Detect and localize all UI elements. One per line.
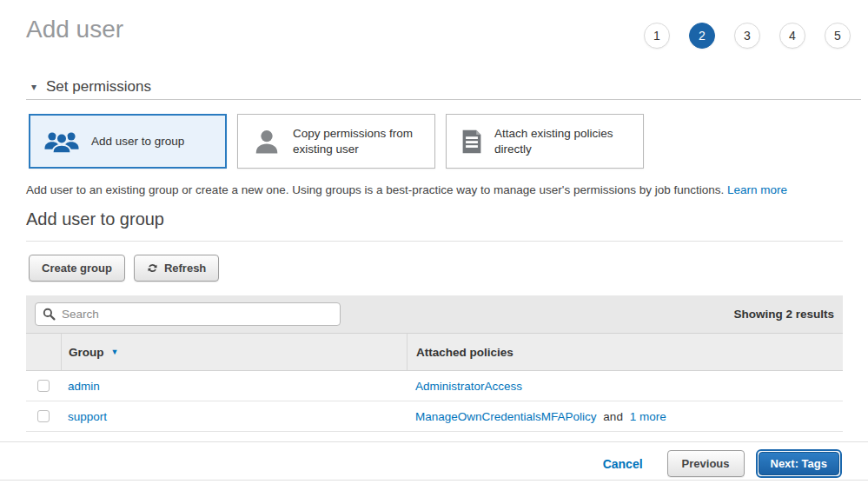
step-1: 1 <box>644 23 670 49</box>
permission-option-cards: Add user to group Copy permissions from … <box>29 114 644 169</box>
search-input[interactable] <box>35 302 341 326</box>
step-indicator: 1 2 3 4 5 <box>644 23 851 49</box>
column-header-attached-policies: Attached policies <box>407 334 843 370</box>
card-label: Copy permissions from existing user <box>293 126 425 156</box>
group-link-admin[interactable]: admin <box>68 380 100 393</box>
table-row-support: support ManageOwnCredentialsMFAPolicy an… <box>26 401 843 432</box>
card-label: Add user to group <box>91 134 184 149</box>
section-divider <box>26 99 861 100</box>
learn-more-link[interactable]: Learn more <box>727 183 787 196</box>
refresh-button[interactable]: Refresh <box>134 255 219 282</box>
step-5: 5 <box>825 23 851 49</box>
row-checkbox-support[interactable] <box>37 410 50 422</box>
results-count: Showing 2 results <box>733 295 834 333</box>
more-policies-link[interactable]: 1 more <box>630 410 666 423</box>
table-row-admin: admin AdministratorAccess <box>26 371 843 401</box>
cell-group: admin <box>61 380 407 393</box>
footer-divider-top <box>0 441 868 442</box>
group-actions: Create group Refresh <box>29 255 219 282</box>
groups-table: Showing 2 results Group ▼ Attached polic… <box>26 295 843 432</box>
sort-down-icon: ▼ <box>111 348 119 356</box>
previous-button[interactable]: Previous <box>667 450 745 477</box>
footer-divider-bottom <box>0 480 868 481</box>
group-link-support[interactable]: support <box>68 410 107 423</box>
set-permissions-label: Set permissions <box>46 78 151 96</box>
search-icon <box>43 308 56 321</box>
policy-link-administratoraccess[interactable]: AdministratorAccess <box>415 380 522 393</box>
next-button-focus-ring: Next: Tags <box>756 449 843 478</box>
column-header-group[interactable]: Group ▼ <box>62 334 407 370</box>
cancel-button[interactable]: Cancel <box>603 457 643 471</box>
card-add-user-to-group[interactable]: Add user to group <box>29 114 227 169</box>
document-icon <box>461 129 483 155</box>
and-separator: and <box>603 410 623 423</box>
row-checkbox-admin[interactable] <box>37 380 50 392</box>
card-attach-policies[interactable]: Attach existing policies directly <box>446 114 644 169</box>
page-title: Add user <box>26 16 123 43</box>
header-checkbox-column <box>26 334 62 370</box>
add-user-wizard-page: Add user 1 2 3 4 5 ▾ Set permissions <box>0 0 868 484</box>
policies-column-label: Attached policies <box>416 346 514 359</box>
cell-policies: AdministratorAccess <box>407 380 843 393</box>
wizard-footer: Cancel Previous Next: Tags <box>603 449 842 478</box>
group-icon <box>43 129 80 154</box>
section-description: Add user to an existing group or create … <box>26 183 787 196</box>
description-text: Add user to an existing group or create … <box>26 183 724 196</box>
refresh-icon <box>147 262 158 274</box>
cell-checkbox <box>26 410 61 422</box>
card-label: Attach existing policies directly <box>494 126 626 156</box>
add-user-to-group-title: Add user to group <box>26 209 164 229</box>
next-tags-button[interactable]: Next: Tags <box>759 452 840 475</box>
table-header-row: Group ▼ Attached policies <box>26 334 843 371</box>
policy-link-manageowncredentials[interactable]: ManageOwnCredentialsMFAPolicy <box>415 410 597 423</box>
step-4: 4 <box>779 23 805 49</box>
user-icon <box>252 128 282 156</box>
step-3: 3 <box>734 23 760 49</box>
refresh-label: Refresh <box>164 262 206 275</box>
step-2-active: 2 <box>689 23 715 49</box>
caret-down-icon: ▾ <box>31 81 36 93</box>
card-copy-permissions[interactable]: Copy permissions from existing user <box>237 114 435 169</box>
table-toolbar: Showing 2 results <box>26 295 843 334</box>
cell-policies: ManageOwnCredentialsMFAPolicy and 1 more <box>407 410 843 423</box>
group-column-label: Group <box>69 346 104 359</box>
search-wrap <box>35 302 341 326</box>
set-permissions-section-toggle[interactable]: ▾ Set permissions <box>31 78 151 96</box>
create-group-button[interactable]: Create group <box>29 255 125 282</box>
cell-group: support <box>61 410 407 423</box>
cell-checkbox <box>26 380 61 392</box>
subsection-divider <box>26 241 843 242</box>
